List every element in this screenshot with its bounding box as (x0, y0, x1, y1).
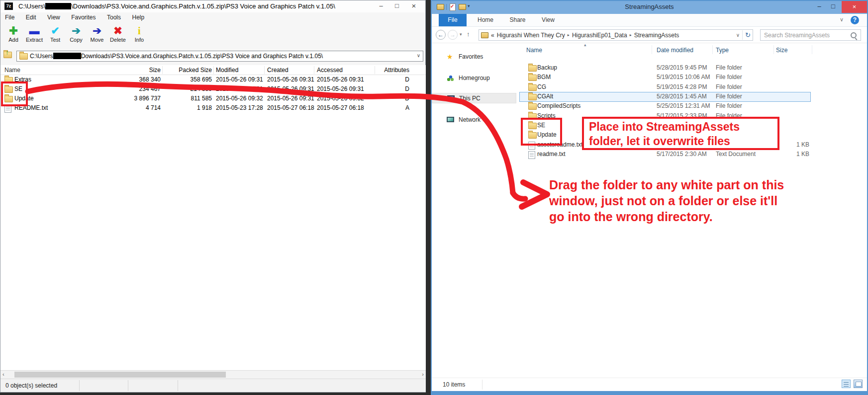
folder-icon (528, 132, 537, 139)
column-divider[interactable] (314, 66, 314, 74)
table-row-se[interactable]: SE 234 467 214 589 2015-05-26 09:31 2015… (0, 84, 426, 94)
up-arrow-icon: ↑ (5, 49, 8, 56)
breadcrumb-item[interactable]: Higurashi When They Cry (497, 32, 565, 39)
info-button[interactable]: iInfo (129, 24, 150, 49)
list-item-scripts[interactable]: Scripts 5/17/2015 2:33 PM File folder (518, 111, 862, 121)
column-header-date-modified[interactable]: Date modified (657, 47, 693, 54)
scroll-left-arrow[interactable]: ‹ (2, 371, 4, 377)
cell-size: 3 896 737 (115, 95, 161, 102)
list-item-se[interactable]: SE (518, 121, 862, 130)
back-button[interactable]: ← (436, 30, 446, 40)
menu-tools[interactable]: Tools (102, 12, 125, 21)
column-divider[interactable] (812, 45, 812, 54)
column-header-type[interactable]: Type (716, 47, 729, 54)
column-divider[interactable] (652, 45, 652, 54)
copy-button[interactable]: ➔Copy (66, 24, 87, 49)
list-item-compiledscripts[interactable]: CompiledScripts 5/25/2015 12:31 AM File … (518, 101, 862, 111)
minimize-button[interactable]: – (813, 2, 826, 11)
search-placeholder: Search StreamingAssets (764, 32, 830, 39)
text-file-icon (4, 105, 11, 113)
column-divider[interactable] (712, 45, 713, 54)
details-view-icon[interactable] (842, 380, 851, 388)
cell-type: File folder (716, 112, 742, 119)
delete-button[interactable]: ✖Delete (107, 24, 128, 49)
refresh-icon[interactable]: ↻ (745, 31, 751, 39)
extract-button[interactable]: ▬Extract (24, 24, 45, 49)
column-header-size[interactable]: Size (115, 67, 161, 74)
close-button[interactable]: × (407, 1, 420, 11)
sidebar-item-homegroup[interactable]: Homegroup (432, 73, 516, 83)
column-divider[interactable] (213, 66, 214, 74)
move-button[interactable]: ➔Move (87, 24, 107, 49)
horizontal-scrollbar[interactable]: ‹ › (0, 370, 426, 379)
list-item-assetsreadme[interactable]: assetsreadme.txt 1 KB (518, 140, 862, 150)
breadcrumb-overflow[interactable]: « (491, 32, 494, 39)
column-header-size[interactable]: Size (776, 47, 787, 54)
list-item-cgalt[interactable]: CGAlt 5/28/2015 1:45 AM File folder (518, 92, 862, 101)
list-item-readme[interactable]: readme.txt 5/17/2015 2:30 AM Text Docume… (518, 150, 862, 159)
help-icon[interactable]: ? (851, 16, 859, 24)
add-icon: ✚ (3, 24, 24, 38)
menu-file[interactable]: File (0, 12, 19, 21)
add-button[interactable]: ✚Add (3, 24, 24, 49)
column-divider[interactable] (773, 45, 774, 54)
thumbnail-view-icon[interactable] (854, 380, 863, 388)
scrollbar-thumb[interactable] (14, 372, 226, 378)
sevenzip-titlebar[interactable]: 7z C:\Users\\Downloads\PS3.Voice.and.Gra… (0, 0, 425, 12)
search-icon[interactable] (851, 32, 857, 38)
list-item-backup[interactable]: Backup 5/28/2015 9:45 PM File folder (518, 63, 862, 73)
test-button[interactable]: ✔Test (45, 24, 66, 49)
address-dropdown-icon[interactable]: ∨ (417, 53, 420, 58)
address-bar[interactable]: « Higurashi When They Cry ▸ HigurashiEp0… (479, 29, 753, 41)
up-button[interactable]: ↑ (467, 30, 470, 38)
sidebar-item-network[interactable]: Network (432, 115, 516, 125)
minimize-button[interactable]: – (375, 1, 387, 11)
cell-date: 5/28/2015 1:45 AM (657, 93, 707, 100)
search-box[interactable]: Search StreamingAssets (760, 29, 861, 41)
cell-attributes: D (383, 76, 409, 83)
column-header-attributes[interactable]: Attributes (383, 67, 409, 74)
column-header-modified[interactable]: Modified (216, 67, 238, 74)
menu-edit[interactable]: Edit (21, 12, 41, 21)
explorer-titlebar[interactable]: | ▾ StreamingAssets – □ × (432, 1, 867, 14)
menu-favorites[interactable]: Favorites (67, 12, 100, 21)
maximize-button[interactable]: □ (827, 2, 840, 11)
column-divider[interactable] (162, 66, 163, 74)
ribbon-minimize-icon[interactable]: ∨ (840, 16, 844, 23)
menu-help[interactable]: Help (127, 12, 149, 21)
table-row-update[interactable]: Update 3 896 737 811 585 2015-05-26 09:3… (0, 94, 426, 103)
forward-button[interactable]: → (448, 30, 458, 40)
address-dropdown-icon[interactable]: ∨ (736, 32, 740, 38)
sidebar-item-this-pc[interactable]: This PC (432, 93, 516, 103)
sevenzip-file-list[interactable]: Extras 368 340 358 695 2015-05-26 09:31 … (0, 75, 426, 370)
list-item-update[interactable]: Update (518, 130, 862, 140)
sevenzip-address-row: ↑ C:\UsersDownloads\PS3.Voice.and.Graphi… (0, 49, 425, 64)
scroll-right-arrow[interactable]: › (422, 371, 424, 377)
column-header-name[interactable]: Name (4, 67, 20, 74)
breadcrumb-item[interactable]: StreamingAssets (634, 32, 679, 39)
tab-share[interactable]: Share (504, 14, 531, 26)
file-list[interactable]: ▴ Name Date modified Type Size Backup 5/… (518, 43, 867, 378)
column-header-created[interactable]: Created (267, 67, 289, 74)
column-header-name[interactable]: Name (526, 47, 542, 54)
close-button[interactable]: × (842, 1, 867, 13)
column-divider[interactable] (264, 66, 265, 74)
sidebar-item-favorites[interactable]: ★ Favorites (432, 52, 516, 62)
address-bar[interactable]: C:\UsersDownloads\PS3.Voice.and.Graphics… (16, 51, 423, 62)
column-divider[interactable] (375, 66, 375, 74)
tab-view[interactable]: View (536, 14, 560, 26)
history-dropdown-icon[interactable]: ▾ (460, 32, 462, 37)
cell-packed: 358 695 (165, 76, 212, 83)
tab-file[interactable]: File (439, 14, 467, 26)
menu-view[interactable]: View (43, 12, 65, 21)
maximize-button[interactable]: □ (390, 1, 403, 11)
list-item-cg[interactable]: CG 5/19/2015 4:28 PM File folder (518, 82, 862, 92)
table-row-extras[interactable]: Extras 368 340 358 695 2015-05-26 09:31 … (0, 75, 426, 84)
list-item-bgm[interactable]: BGM 5/19/2015 10:06 AM File folder (518, 73, 862, 82)
breadcrumb-item[interactable]: HigurashiEp01_Data (572, 32, 627, 39)
table-row-readme[interactable]: README.txt 4 714 1 918 2015-05-23 17:28 … (0, 103, 426, 113)
parent-folder-button[interactable]: ↑ (3, 51, 14, 62)
column-header-accessed[interactable]: Accessed (317, 67, 343, 74)
tab-home[interactable]: Home (473, 14, 498, 26)
column-header-packed-size[interactable]: Packed Size (165, 67, 212, 74)
